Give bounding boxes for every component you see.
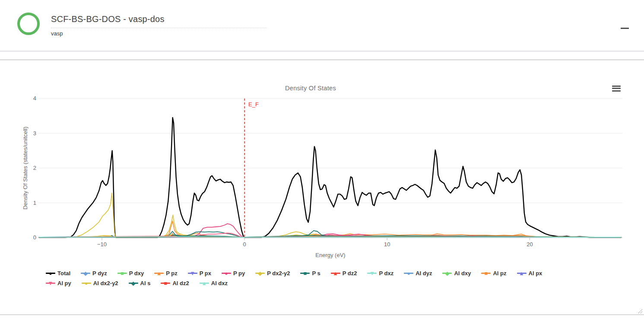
card-subtitle: vasp — [51, 30, 63, 37]
legend-item-p-dxy[interactable]: ■P dxy — [117, 269, 144, 277]
legend-item-p-dz2[interactable]: ▲P dz2 — [331, 269, 357, 277]
square-marker-icon: ■ — [117, 270, 127, 277]
diamond-marker-icon: ◆ — [81, 270, 90, 277]
y-tick-label: 0 — [18, 234, 36, 241]
circle-marker-icon: ● — [82, 280, 91, 286]
star-marker-icon: ▲ — [200, 280, 209, 286]
legend-label: Al py — [57, 280, 71, 286]
circle-marker-icon: ● — [46, 270, 55, 277]
legend-label: P pz — [166, 270, 178, 277]
square-marker-icon: ■ — [161, 280, 170, 286]
legend-label: Al dxz — [211, 280, 228, 286]
legend-item-p-py[interactable]: ●P py — [222, 269, 245, 277]
chart-title: Density Of States — [0, 85, 621, 92]
legend-row: ▼Al py●Al dx2-y2◆Al s■Al dz2▲Al dxz — [46, 279, 616, 287]
title-underline — [51, 28, 267, 28]
legend-label: Al s — [140, 280, 151, 286]
legend-label: P px — [200, 270, 211, 277]
star-marker-icon: ▲ — [154, 270, 164, 277]
header-divider-dark — [0, 60, 644, 60]
legend-item-p-dyz[interactable]: ◆P dyz — [81, 269, 107, 277]
star-marker-icon: ▲ — [331, 270, 340, 277]
legend-item-p-px[interactable]: ▼P px — [188, 269, 211, 277]
square-marker-icon: ■ — [300, 270, 310, 277]
legend-item-p-pz[interactable]: ▲P pz — [154, 269, 178, 277]
modebar-menu-button[interactable] — [610, 83, 622, 95]
status-ring-icon — [17, 13, 40, 35]
diamond-marker-icon: ◆ — [442, 270, 452, 277]
fermi-level-label: E_F — [248, 101, 259, 108]
cell-bottom-border — [0, 315, 644, 315]
legend-label: Al dx2-y2 — [93, 280, 118, 286]
y-tick-label: 1 — [18, 200, 36, 206]
legend-item-al-dx2-y2[interactable]: ●Al dx2-y2 — [82, 279, 118, 287]
legend-item-al-dxy[interactable]: ◆Al dxy — [442, 269, 471, 277]
legend-label: P dxy — [129, 270, 144, 277]
legend-label: Al dz2 — [172, 280, 189, 286]
x-axis-title: Energy (eV) — [38, 252, 622, 258]
minimize-icon — [621, 28, 629, 29]
legend-item-al-dz2[interactable]: ■Al dz2 — [161, 279, 189, 287]
legend-item-al-py[interactable]: ▼Al py — [46, 279, 71, 287]
plot-area[interactable] — [38, 99, 622, 241]
diamond-marker-icon: ◆ — [129, 280, 138, 286]
series-total — [39, 118, 621, 237]
legend-item-al-pz[interactable]: ■Al pz — [481, 269, 506, 277]
legend-label: P dz2 — [343, 270, 357, 277]
legend-label: P dx2-y2 — [267, 270, 290, 277]
legend-label: Al dxy — [454, 270, 471, 277]
legend-item-al-dxz[interactable]: ▲Al dxz — [200, 279, 228, 287]
y-tick-label: 4 — [18, 95, 36, 102]
legend-label: P dyz — [92, 270, 107, 277]
card-title: SCF-BS-BG-DOS - vasp-dos — [51, 14, 165, 24]
legend-item-p-s[interactable]: ■P s — [300, 269, 320, 277]
x-tick-label: 20 — [517, 241, 542, 248]
legend-label: Al dyz — [416, 270, 432, 277]
x-tick-label: 10 — [375, 241, 399, 248]
diamond-marker-icon: ◆ — [255, 270, 265, 277]
legend-label: Al px — [529, 270, 542, 277]
legend-item-p-dxz[interactable]: ▼P dxz — [367, 269, 393, 277]
triangle-down-marker-icon: ▼ — [188, 270, 197, 277]
legend-label: Total — [57, 270, 70, 277]
legend-row: ●Total◆P dyz■P dxy▲P pz▼P px●P py◆P dx2-… — [46, 269, 616, 277]
y-tick-label: 3 — [18, 130, 36, 137]
legend-item-al-dyz[interactable]: ●Al dyz — [404, 269, 432, 277]
legend-label: P py — [233, 270, 245, 277]
x-tick-label: 0 — [232, 241, 257, 248]
minimize-button[interactable] — [618, 21, 631, 31]
triangle-down-marker-icon: ▼ — [46, 280, 55, 286]
resize-grip-icon — [637, 308, 644, 315]
circle-marker-icon: ● — [222, 270, 231, 277]
legend: ●Total◆P dyz■P dxy▲P pz▼P px●P py◆P dx2-… — [46, 269, 616, 287]
hamburger-icon — [612, 86, 621, 92]
legend-item-p-dx2-y2[interactable]: ◆P dx2-y2 — [255, 269, 290, 277]
legend-item-al-s[interactable]: ◆Al s — [129, 279, 151, 287]
star-marker-icon: ▲ — [517, 270, 527, 277]
circle-marker-icon: ● — [404, 270, 413, 277]
legend-item-al-px[interactable]: ▲Al px — [517, 269, 542, 277]
resize-handle[interactable] — [637, 308, 644, 315]
legend-label: P dxz — [379, 270, 393, 277]
legend-label: Al pz — [493, 270, 506, 277]
legend-label: P s — [312, 270, 320, 277]
x-tick-label: −10 — [90, 241, 114, 248]
square-marker-icon: ■ — [481, 270, 491, 277]
legend-item-total[interactable]: ●Total — [46, 269, 70, 277]
y-tick-label: 2 — [18, 165, 36, 171]
series-al-dxz — [39, 237, 621, 237]
header-divider-light — [0, 51, 644, 52]
triangle-down-marker-icon: ▼ — [367, 270, 377, 277]
